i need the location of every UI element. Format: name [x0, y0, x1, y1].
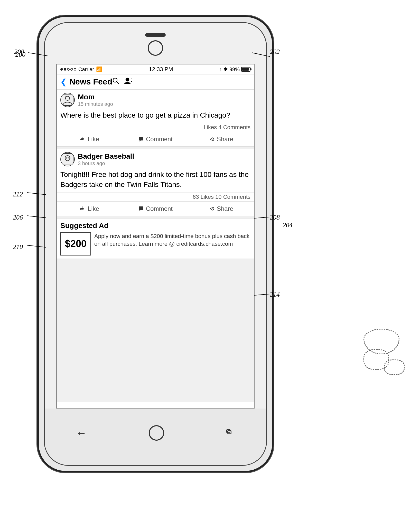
share-button-1[interactable]: Share — [188, 134, 254, 144]
wifi-icon: 📶 — [96, 66, 102, 72]
contacts-icon — [124, 77, 132, 84]
svg-text:206: 206 — [13, 214, 23, 221]
comment-button-1[interactable]: Comment — [123, 134, 188, 144]
post-meta-1: Mom 15 minutes ago — [78, 93, 113, 107]
annotation-line-212: 212 — [13, 187, 46, 203]
avatar-mom — [60, 93, 75, 107]
annotation-line-210: 210 — [13, 240, 46, 255]
comment-icon-2 — [138, 206, 144, 212]
svg-rect-8 — [80, 139, 81, 140]
svg-line-24 — [27, 216, 46, 218]
svg-point-0 — [113, 78, 117, 82]
svg-point-13 — [69, 158, 70, 159]
share-label-2: Share — [217, 205, 233, 212]
comment-icon-1 — [138, 136, 144, 142]
avatar-badger — [60, 152, 75, 166]
post-stats-2: 63 Likes 10 Comments — [57, 192, 254, 201]
comment-label-2: Comment — [146, 205, 173, 212]
share-icon-1 — [209, 136, 215, 142]
svg-text:200: 200 — [14, 48, 24, 55]
battery-fill — [242, 68, 249, 71]
like-label-1: Like — [88, 136, 99, 143]
svg-text:202: 202 — [270, 48, 280, 55]
status-right: ↑ ✱ 99% — [219, 66, 250, 72]
status-time: 12:33 PM — [149, 66, 173, 73]
ad-card: Suggested Ad $200 Apply now and earn a $… — [57, 218, 254, 259]
phone-inner: Carrier 📶 12:33 PM ↑ ✱ 99% — [44, 22, 267, 466]
dot-1 — [60, 68, 63, 71]
recent-apps-button[interactable] — [226, 429, 235, 437]
svg-rect-17 — [228, 431, 231, 434]
post-meta-2: Badger Baseball 3 hours ago — [78, 152, 134, 166]
ad-image[interactable]: $200 — [60, 232, 91, 255]
back-button[interactable]: ❮ News Feed — [60, 77, 112, 87]
svg-rect-9 — [139, 137, 143, 140]
comment-label-1: Comment — [146, 136, 173, 143]
annotation-line-202: 202 — [249, 45, 283, 60]
post-card-1: Mom 15 minutes ago Where is the best pla… — [57, 89, 254, 147]
nav-icons — [112, 77, 132, 86]
annotation-line-206: 206 — [13, 211, 46, 226]
chevron-left-icon: ❮ — [60, 77, 67, 86]
svg-line-25 — [254, 217, 270, 218]
page-container: Carrier 📶 12:33 PM ↑ ✱ 99% — [0, 0, 420, 521]
svg-point-12 — [66, 158, 67, 159]
search-icon — [112, 77, 119, 84]
post-time-1: 15 minutes ago — [78, 101, 113, 107]
like-button-1[interactable]: Like — [57, 134, 123, 144]
location-icon: ↑ — [219, 67, 222, 72]
recent-apps-icon — [226, 429, 235, 437]
bottom-nav: ← — [45, 409, 266, 465]
post-header-1: Mom 15 minutes ago — [57, 90, 254, 109]
nav-title: News Feed — [68, 77, 112, 87]
front-camera — [148, 40, 163, 56]
home-button[interactable] — [149, 425, 164, 441]
svg-line-1 — [117, 82, 119, 84]
share-icon-2 — [209, 206, 215, 212]
ad-content: $200 Apply now and earn a $200 limited-t… — [60, 232, 250, 255]
share-label-1: Share — [217, 136, 233, 143]
svg-point-2 — [126, 78, 129, 81]
ad-image-text: $200 — [65, 238, 87, 249]
svg-text:210: 210 — [13, 243, 23, 251]
svg-line-20 — [252, 53, 270, 56]
battery-percent: 99% — [229, 67, 240, 72]
dot-3 — [67, 68, 70, 71]
annotation-line-214: 214 — [252, 288, 285, 303]
comment-button-2[interactable]: Comment — [123, 204, 188, 214]
like-icon-2 — [80, 206, 86, 212]
svg-rect-14 — [80, 208, 81, 210]
post-header-2: Badger Baseball 3 hours ago — [57, 149, 254, 168]
search-button[interactable] — [112, 77, 119, 86]
status-left: Carrier 📶 — [60, 66, 102, 72]
like-button-2[interactable]: Like — [57, 204, 123, 214]
svg-text:214: 214 — [270, 291, 280, 298]
feed-content: Mom 15 minutes ago Where is the best pla… — [57, 89, 254, 402]
back-nav-button[interactable]: ← — [76, 427, 87, 439]
ad-title: Suggested Ad — [60, 222, 250, 230]
annotation-line-208: 208 — [252, 211, 285, 226]
speaker-bar — [145, 33, 166, 37]
svg-line-28 — [27, 245, 46, 248]
like-icon-1 — [80, 136, 86, 142]
contacts-button[interactable] — [124, 77, 132, 86]
post-actions-2: Like Comment — [57, 201, 254, 216]
svg-text:208: 208 — [270, 214, 280, 221]
poster-name-2: Badger Baseball — [78, 152, 134, 160]
phone-device: Carrier 📶 12:33 PM ↑ ✱ 99% — [37, 15, 274, 472]
svg-rect-15 — [139, 206, 143, 210]
post-stats-1: Likes 4 Comments — [57, 123, 254, 132]
svg-line-18 — [28, 53, 48, 56]
navigation-bar: ❮ News Feed — [57, 74, 254, 89]
signal-dots — [60, 68, 76, 71]
dashed-circle-3 — [384, 359, 405, 375]
dot-2 — [64, 68, 66, 71]
svg-text:212: 212 — [13, 191, 23, 198]
share-button-2[interactable]: Share — [188, 204, 254, 214]
annotation-line-200: 200 — [14, 45, 48, 60]
svg-rect-16 — [227, 430, 230, 433]
poster-name-1: Mom — [78, 93, 113, 101]
like-label-2: Like — [88, 205, 99, 212]
svg-line-30 — [27, 193, 46, 195]
dot-4 — [70, 68, 73, 71]
